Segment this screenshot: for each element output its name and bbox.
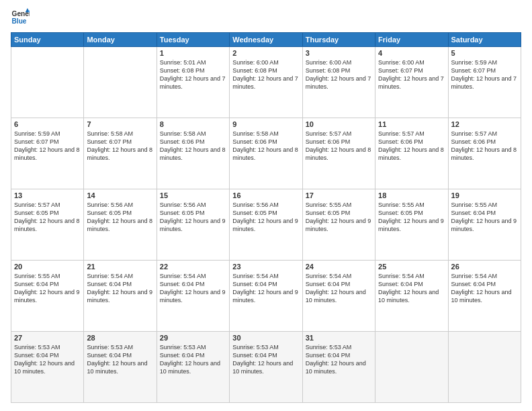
weekday-header-thursday: Thursday [302, 33, 375, 47]
weekday-header-wednesday: Wednesday [230, 33, 302, 47]
day-number: 26 [451, 263, 518, 271]
cell-info: Sunrise: 5:57 AM Sunset: 6:05 PM Dayligh… [14, 201, 81, 234]
weekday-header-monday: Monday [84, 33, 157, 47]
calendar-cell: 9 Sunrise: 5:58 AM Sunset: 6:06 PM Dayli… [230, 118, 302, 189]
day-number: 16 [232, 191, 299, 199]
cell-info: Sunrise: 5:54 AM Sunset: 6:04 PM Dayligh… [87, 272, 153, 305]
day-number: 13 [14, 191, 81, 199]
cell-info: Sunrise: 5:55 AM Sunset: 6:05 PM Dayligh… [306, 201, 372, 234]
calendar-cell: 24 Sunrise: 5:54 AM Sunset: 6:04 PM Dayl… [302, 261, 375, 332]
cell-info: Sunrise: 5:55 AM Sunset: 6:04 PM Dayligh… [451, 201, 518, 234]
day-number: 5 [451, 49, 518, 57]
cell-info: Sunrise: 5:01 AM Sunset: 6:08 PM Dayligh… [160, 58, 226, 91]
calendar-cell: 5 Sunrise: 5:59 AM Sunset: 6:07 PM Dayli… [448, 47, 521, 118]
cell-info: Sunrise: 6:00 AM Sunset: 6:08 PM Dayligh… [232, 58, 299, 91]
cell-info: Sunrise: 5:53 AM Sunset: 6:04 PM Dayligh… [306, 343, 372, 376]
day-number: 23 [232, 263, 299, 271]
day-number: 14 [87, 191, 153, 199]
calendar-table: SundayMondayTuesdayWednesdayThursdayFrid… [11, 32, 521, 403]
calendar-cell [84, 47, 157, 118]
weekday-header-friday: Friday [375, 33, 448, 47]
day-number: 9 [232, 120, 299, 128]
day-number: 24 [306, 263, 372, 271]
day-number: 31 [306, 334, 372, 342]
calendar-cell: 12 Sunrise: 5:57 AM Sunset: 6:06 PM Dayl… [448, 118, 521, 189]
day-number: 29 [160, 334, 226, 342]
day-number: 27 [14, 334, 81, 342]
calendar-cell: 17 Sunrise: 5:55 AM Sunset: 6:05 PM Dayl… [302, 189, 375, 261]
calendar-cell: 19 Sunrise: 5:55 AM Sunset: 6:04 PM Dayl… [448, 189, 521, 261]
cell-info: Sunrise: 6:00 AM Sunset: 6:08 PM Dayligh… [306, 58, 372, 91]
calendar-cell: 31 Sunrise: 5:53 AM Sunset: 6:04 PM Dayl… [302, 332, 375, 403]
cell-info: Sunrise: 5:54 AM Sunset: 6:04 PM Dayligh… [451, 272, 518, 305]
calendar-cell: 3 Sunrise: 6:00 AM Sunset: 6:08 PM Dayli… [302, 47, 375, 118]
calendar-cell: 22 Sunrise: 5:54 AM Sunset: 6:04 PM Dayl… [157, 261, 229, 332]
cell-info: Sunrise: 5:58 AM Sunset: 6:06 PM Dayligh… [160, 130, 226, 163]
calendar-cell: 6 Sunrise: 5:59 AM Sunset: 6:07 PM Dayli… [11, 118, 84, 189]
cell-info: Sunrise: 5:57 AM Sunset: 6:06 PM Dayligh… [378, 130, 445, 163]
cell-info: Sunrise: 5:53 AM Sunset: 6:04 PM Dayligh… [160, 343, 226, 376]
svg-text:Blue: Blue [12, 17, 27, 25]
header: General Blue [11, 8, 521, 27]
calendar-cell: 4 Sunrise: 6:00 AM Sunset: 6:07 PM Dayli… [375, 47, 448, 118]
calendar-cell: 2 Sunrise: 6:00 AM Sunset: 6:08 PM Dayli… [230, 47, 302, 118]
day-number: 3 [306, 49, 372, 57]
cell-info: Sunrise: 5:56 AM Sunset: 6:05 PM Dayligh… [232, 201, 299, 234]
calendar-cell [375, 332, 448, 403]
day-number: 7 [87, 120, 153, 128]
calendar-cell: 10 Sunrise: 5:57 AM Sunset: 6:06 PM Dayl… [302, 118, 375, 189]
cell-info: Sunrise: 6:00 AM Sunset: 6:07 PM Dayligh… [378, 58, 445, 91]
calendar-week-row: 20 Sunrise: 5:55 AM Sunset: 6:04 PM Dayl… [11, 261, 521, 332]
logo: General Blue [11, 8, 30, 27]
calendar-cell: 20 Sunrise: 5:55 AM Sunset: 6:04 PM Dayl… [11, 261, 84, 332]
day-number: 25 [378, 263, 445, 271]
cell-info: Sunrise: 5:54 AM Sunset: 6:04 PM Dayligh… [306, 272, 372, 305]
cell-info: Sunrise: 5:53 AM Sunset: 6:04 PM Dayligh… [87, 343, 153, 376]
calendar-cell: 26 Sunrise: 5:54 AM Sunset: 6:04 PM Dayl… [448, 261, 521, 332]
calendar-cell: 18 Sunrise: 5:55 AM Sunset: 6:05 PM Dayl… [375, 189, 448, 261]
calendar-week-row: 1 Sunrise: 5:01 AM Sunset: 6:08 PM Dayli… [11, 47, 521, 118]
cell-info: Sunrise: 5:55 AM Sunset: 6:04 PM Dayligh… [14, 272, 81, 305]
weekday-header-sunday: Sunday [11, 33, 84, 47]
day-number: 11 [378, 120, 445, 128]
day-number: 21 [87, 263, 153, 271]
day-number: 30 [232, 334, 299, 342]
calendar-cell: 1 Sunrise: 5:01 AM Sunset: 6:08 PM Dayli… [157, 47, 229, 118]
calendar-cell: 13 Sunrise: 5:57 AM Sunset: 6:05 PM Dayl… [11, 189, 84, 261]
calendar-cell: 29 Sunrise: 5:53 AM Sunset: 6:04 PM Dayl… [157, 332, 229, 403]
day-number: 19 [451, 191, 518, 199]
calendar-cell: 7 Sunrise: 5:58 AM Sunset: 6:07 PM Dayli… [84, 118, 157, 189]
cell-info: Sunrise: 5:53 AM Sunset: 6:04 PM Dayligh… [232, 343, 299, 376]
day-number: 1 [160, 49, 226, 57]
calendar-cell: 25 Sunrise: 5:54 AM Sunset: 6:04 PM Dayl… [375, 261, 448, 332]
cell-info: Sunrise: 5:59 AM Sunset: 6:07 PM Dayligh… [14, 130, 81, 163]
cell-info: Sunrise: 5:54 AM Sunset: 6:04 PM Dayligh… [160, 272, 226, 305]
calendar-cell: 15 Sunrise: 5:56 AM Sunset: 6:05 PM Dayl… [157, 189, 229, 261]
calendar-week-row: 6 Sunrise: 5:59 AM Sunset: 6:07 PM Dayli… [11, 118, 521, 189]
day-number: 6 [14, 120, 81, 128]
calendar-cell: 11 Sunrise: 5:57 AM Sunset: 6:06 PM Dayl… [375, 118, 448, 189]
cell-info: Sunrise: 5:57 AM Sunset: 6:06 PM Dayligh… [306, 130, 372, 163]
logo-icon: General Blue [11, 8, 30, 27]
calendar-cell: 23 Sunrise: 5:54 AM Sunset: 6:04 PM Dayl… [230, 261, 302, 332]
weekday-header-saturday: Saturday [448, 33, 521, 47]
calendar-cell: 21 Sunrise: 5:54 AM Sunset: 6:04 PM Dayl… [84, 261, 157, 332]
cell-info: Sunrise: 5:56 AM Sunset: 6:05 PM Dayligh… [87, 201, 153, 234]
day-number: 28 [87, 334, 153, 342]
day-number: 2 [232, 49, 299, 57]
day-number: 10 [306, 120, 372, 128]
day-number: 18 [378, 191, 445, 199]
day-number: 15 [160, 191, 226, 199]
cell-info: Sunrise: 5:58 AM Sunset: 6:07 PM Dayligh… [87, 130, 153, 163]
cell-info: Sunrise: 5:54 AM Sunset: 6:04 PM Dayligh… [378, 272, 445, 305]
calendar-cell: 28 Sunrise: 5:53 AM Sunset: 6:04 PM Dayl… [84, 332, 157, 403]
calendar-cell [448, 332, 521, 403]
weekday-header-tuesday: Tuesday [157, 33, 229, 47]
page: General Blue SundayMondayTuesdayWednesda… [0, 0, 532, 411]
cell-info: Sunrise: 5:58 AM Sunset: 6:06 PM Dayligh… [232, 130, 299, 163]
calendar-week-row: 27 Sunrise: 5:53 AM Sunset: 6:04 PM Dayl… [11, 332, 521, 403]
cell-info: Sunrise: 5:55 AM Sunset: 6:05 PM Dayligh… [378, 201, 445, 234]
cell-info: Sunrise: 5:56 AM Sunset: 6:05 PM Dayligh… [160, 201, 226, 234]
day-number: 8 [160, 120, 226, 128]
calendar-cell [11, 47, 84, 118]
